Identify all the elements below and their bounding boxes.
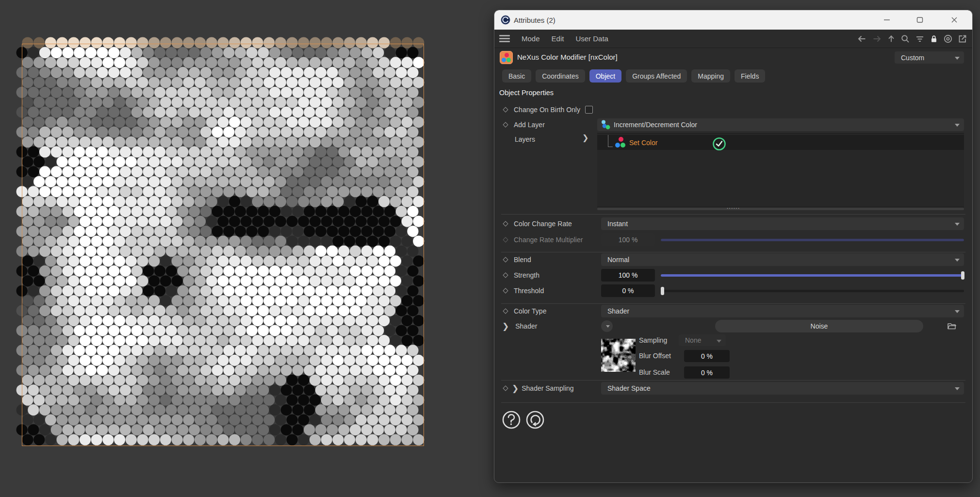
chevron-down-icon: [717, 340, 721, 345]
layers-expander-icon[interactable]: ❯: [582, 133, 588, 142]
change-rate-multiplier-value: 100 %: [601, 233, 655, 246]
divider: [501, 402, 965, 403]
search-icon[interactable]: [900, 34, 910, 44]
hamburger-menu-icon[interactable]: [499, 33, 510, 44]
row-threshold: Threshold 0 %: [502, 284, 964, 297]
sampling-dropdown: None: [679, 334, 726, 346]
blend-dropdown[interactable]: Normal: [601, 253, 964, 266]
keyframe-diamond-icon[interactable]: [503, 122, 508, 127]
chevron-down-icon: [606, 325, 610, 330]
keyframe-diamond-icon[interactable]: [503, 308, 508, 314]
blur-scale-value[interactable]: 0 %: [684, 366, 730, 379]
strength-value[interactable]: 100 %: [601, 269, 655, 282]
keyframe-diamond-icon[interactable]: [503, 107, 508, 112]
add-layer-label: Add Layer: [514, 121, 545, 129]
color-change-rate-dropdown[interactable]: Instant: [601, 217, 964, 230]
slider-handle[interactable]: [961, 271, 964, 280]
keyframe-diamond-icon[interactable]: [503, 257, 508, 262]
layers-label: Layers: [515, 135, 535, 143]
keyframe-diamond-icon[interactable]: [503, 385, 508, 391]
color-change-rate-value: Instant: [607, 220, 628, 228]
help-button[interactable]: [502, 410, 521, 430]
tab-basic[interactable]: Basic: [502, 69, 531, 83]
shader-options-button[interactable]: [601, 320, 613, 332]
threshold-slider[interactable]: [661, 290, 964, 292]
shader-value: Noise: [811, 322, 828, 330]
lock-icon[interactable]: [930, 34, 938, 44]
keyframe-diamond-icon[interactable]: [503, 288, 508, 293]
keyframe-diamond-icon[interactable]: [503, 221, 508, 226]
record-target-icon[interactable]: [943, 34, 953, 44]
tab-mapping[interactable]: Mapping: [691, 69, 730, 83]
particle-grid[interactable]: [5, 24, 441, 451]
chevron-down-icon: [955, 124, 960, 129]
blend-label: Blend: [514, 256, 531, 264]
window-title: Attributes (2): [514, 16, 555, 24]
preset-dropdown[interactable]: Custom: [895, 51, 964, 64]
change-on-birth-checkbox[interactable]: [585, 106, 593, 114]
keyframe-diamond-icon: [503, 237, 508, 242]
minimize-button[interactable]: [881, 14, 893, 26]
layer-name: Set Color: [629, 139, 657, 147]
layer-item-set-color[interactable]: Set Color: [597, 135, 964, 150]
color-type-dropdown[interactable]: Shader: [601, 305, 964, 317]
maximize-button[interactable]: [914, 14, 926, 26]
folder-icon[interactable]: [947, 321, 956, 331]
preset-value: Custom: [901, 54, 924, 62]
chevron-down-icon: [955, 310, 960, 315]
nexus-color-modifier-icon[interactable]: [500, 51, 513, 64]
tab-fields[interactable]: Fields: [735, 69, 765, 83]
menubar: Mode Edit User Data: [494, 30, 972, 48]
close-icon: [951, 17, 958, 23]
tab-coordinates[interactable]: Coordinates: [536, 69, 585, 83]
window-titlebar[interactable]: Attributes (2): [494, 10, 972, 30]
minimize-icon: [883, 17, 890, 23]
threshold-value[interactable]: 0 %: [601, 284, 655, 297]
strength-slider[interactable]: [661, 274, 964, 277]
menu-edit[interactable]: Edit: [552, 34, 564, 43]
menu-mode[interactable]: Mode: [522, 34, 540, 43]
keyframe-diamond-icon[interactable]: [503, 272, 508, 278]
tab-object[interactable]: Object: [589, 69, 621, 83]
footer-buttons: [502, 410, 545, 430]
slider-handle[interactable]: [661, 287, 664, 295]
menu-user-data[interactable]: User Data: [575, 34, 608, 43]
section-title: Object Properties: [499, 89, 554, 97]
tab-groups-affected[interactable]: Groups Affected: [626, 69, 687, 83]
add-layer-dropdown[interactable]: Increment/Decrement Color: [597, 118, 964, 131]
reset-button[interactable]: [525, 410, 545, 430]
shader-sampling-value: Shader Space: [607, 384, 651, 392]
shader-sampling-dropdown[interactable]: Shader Space: [601, 382, 964, 395]
divider: [501, 303, 965, 304]
close-button[interactable]: [948, 14, 960, 26]
filter-icon[interactable]: [915, 34, 925, 44]
up-arrow-icon[interactable]: [887, 34, 896, 44]
row-change-on-birth: Change On Birth Only: [502, 103, 964, 116]
tree-connector-line: [608, 135, 613, 147]
blur-offset-value[interactable]: 0 %: [684, 350, 730, 362]
object-title: NeXus Color Modifier [nxColor]: [517, 53, 618, 61]
maximize-icon: [916, 17, 923, 23]
divider: [501, 252, 965, 252]
shader-expander-icon[interactable]: ❯: [502, 322, 509, 331]
tab-bar: Basic Coordinates Object Groups Affected…: [502, 69, 964, 83]
object-header: NeXus Color Modifier [nxColor] Custom: [494, 49, 972, 69]
row-color-type: Color Type Shader: [502, 305, 964, 317]
shader-sampling-expander-icon[interactable]: ❯: [512, 384, 519, 393]
shader-label: Shader: [515, 322, 537, 330]
color-change-rate-label: Color Change Rate: [514, 220, 572, 228]
forward-arrow-icon[interactable]: [872, 34, 882, 44]
viewport-3d[interactable]: [0, 0, 485, 497]
sampling-label: Sampling: [639, 334, 667, 347]
row-strength: Strength 100 %: [502, 269, 964, 282]
add-layer-value: Increment/Decrement Color: [614, 121, 697, 129]
shader-button[interactable]: Noise: [715, 320, 923, 332]
menubar-icons: [857, 30, 967, 48]
layers-tree[interactable]: Set Color: [597, 133, 964, 207]
back-arrow-icon[interactable]: [857, 34, 867, 44]
desktop: Attributes (2) Mode Edit User Data: [0, 0, 980, 497]
noise-shader-preview[interactable]: [601, 339, 636, 372]
enabled-check-icon[interactable]: [712, 137, 726, 151]
resize-handle[interactable]: ......: [494, 203, 972, 210]
new-window-icon[interactable]: [958, 34, 967, 44]
